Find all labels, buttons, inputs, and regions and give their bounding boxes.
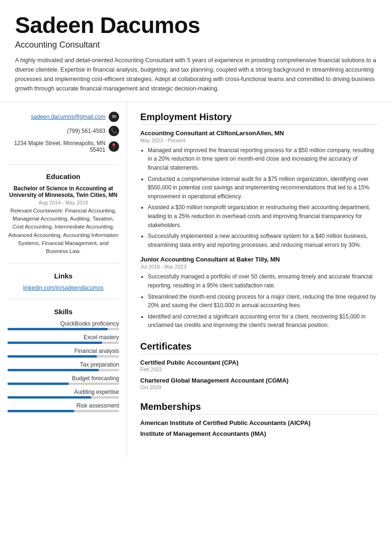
- cert-entry: Chartered Global Management Accountant (…: [140, 377, 379, 390]
- job-bullet: Identified and corrected a significant a…: [148, 312, 379, 330]
- cert-date: Feb 2022: [140, 367, 379, 372]
- education-dates: Aug 2014 - May 2018: [8, 200, 119, 205]
- job-title: Junior Accounting Consultant at Baker Ti…: [140, 256, 379, 263]
- skill-bar-fill: [8, 410, 74, 412]
- skill-bar-fill: [8, 328, 108, 330]
- skill-item: Budget forecasting: [8, 375, 119, 385]
- education-degree: Bachelor of Science in Accounting at Uni…: [8, 185, 119, 198]
- skill-bar-bg: [8, 342, 119, 344]
- cert-name: Certified Public Accountant (CPA): [140, 359, 379, 366]
- education-section: Education Bachelor of Science in Account…: [8, 172, 119, 264]
- education-title: Education: [8, 172, 119, 180]
- education-courses: Relevant Coursework: Financial Accountin…: [8, 207, 119, 256]
- linkedin-link[interactable]: linkedin.com/in/sadeendacumos: [23, 285, 104, 291]
- membership-entry: Institute of Management Accountants (IMA…: [140, 430, 379, 437]
- candidate-title: Accounting Consultant: [15, 40, 377, 50]
- job-bullets: Managed and improved the financial repor…: [140, 146, 379, 250]
- skill-item: Tax preparation: [8, 361, 119, 371]
- links-section: Links linkedin.com/in/sadeendacumos: [8, 272, 119, 299]
- address-text: 1234 Maple Street, Minneapolis, MN 55401: [8, 140, 105, 153]
- skill-label: Excel mastery: [8, 334, 119, 341]
- skill-label: Budget forecasting: [8, 375, 119, 382]
- skill-bar-bg: [8, 383, 119, 385]
- skill-bar-fill: [8, 369, 99, 371]
- skills-list: QuickBooks proficiency Excel mastery Fin…: [8, 320, 119, 412]
- memberships-title: Memberships: [140, 401, 379, 415]
- contact-address-item: 1234 Maple Street, Minneapolis, MN 55401…: [8, 140, 119, 153]
- job-date: Jul 2018 - Mar 2023: [140, 264, 379, 269]
- skill-label: Tax preparation: [8, 361, 119, 368]
- job-bullet: Successfully managed a portfolio of over…: [148, 272, 379, 290]
- certs-list: Certified Public Accountant (CPA) Feb 20…: [140, 359, 379, 390]
- phone-icon: 📞: [109, 126, 119, 136]
- skill-item: Risk assessment: [8, 402, 119, 412]
- job-bullet: Streamlined the month-end closing proces…: [148, 293, 379, 310]
- contact-email-item: sadeen.dacumos@gmail.com ✉: [8, 112, 119, 122]
- memberships-list: American Institute of Certified Public A…: [140, 419, 379, 437]
- sidebar: sadeen.dacumos@gmail.com ✉ (799) 561-458…: [0, 102, 127, 458]
- certificates-title: Certificates: [140, 341, 379, 354]
- skill-item: Financial analysis: [8, 348, 119, 358]
- contact-phone-item: (799) 561-4583 📞: [8, 126, 119, 136]
- job-bullet: Conducted a comprehensive internal audit…: [148, 175, 379, 201]
- skill-bar-bg: [8, 396, 119, 399]
- skill-item: QuickBooks proficiency: [8, 320, 119, 330]
- resume-header: Sadeen Dacumos Accounting Consultant A h…: [0, 0, 392, 102]
- skill-label: Financial analysis: [8, 348, 119, 354]
- memberships-section: Memberships American Institute of Certif…: [140, 401, 379, 437]
- contact-section: sadeen.dacumos@gmail.com ✉ (799) 561-458…: [8, 112, 119, 165]
- membership-entry: American Institute of Certified Public A…: [140, 419, 379, 426]
- skill-bar-bg: [8, 355, 119, 358]
- cert-entry: Certified Public Accountant (CPA) Feb 20…: [140, 359, 379, 372]
- candidate-summary: A highly motivated and detail-oriented A…: [15, 56, 377, 93]
- email-link[interactable]: sadeen.dacumos@gmail.com: [31, 114, 105, 120]
- job-bullets: Successfully managed a portfolio of over…: [140, 272, 379, 330]
- jobs-list: Accounting Consultant at CliftonLarsonAl…: [140, 130, 379, 330]
- email-icon: ✉: [109, 112, 119, 122]
- job-bullet: Assisted a $30 million nonprofit organiz…: [148, 203, 379, 229]
- employment-title: Employment History: [140, 112, 379, 125]
- location-icon: 📍: [109, 141, 119, 152]
- skill-bar-bg: [8, 328, 119, 330]
- candidate-name: Sadeen Dacumos: [15, 13, 377, 38]
- job-bullet: Managed and improved the financial repor…: [148, 146, 379, 172]
- cert-name: Chartered Global Management Accountant (…: [140, 377, 379, 384]
- job-date: May 2023 - Present: [140, 138, 379, 143]
- cert-date: Oct 2020: [140, 384, 379, 390]
- skill-bar-fill: [8, 383, 69, 385]
- job-entry: Accounting Consultant at CliftonLarsonAl…: [140, 130, 379, 250]
- job-title: Accounting Consultant at CliftonLarsonAl…: [140, 130, 379, 137]
- certificates-section: Certificates Certified Public Accountant…: [140, 341, 379, 390]
- skill-label: QuickBooks proficiency: [8, 320, 119, 327]
- skill-bar-fill: [8, 396, 91, 399]
- skills-title: Skills: [8, 308, 119, 316]
- skill-label: Risk assessment: [8, 402, 119, 409]
- skill-bar-fill: [8, 342, 102, 344]
- skill-bar-bg: [8, 410, 119, 412]
- employment-section: Employment History Accounting Consultant…: [140, 112, 379, 330]
- skill-bar-bg: [8, 369, 119, 371]
- phone-text: (799) 561-4583: [67, 128, 105, 134]
- skills-section: Skills QuickBooks proficiency Excel mast…: [8, 308, 119, 424]
- main-content: Employment History Accounting Consultant…: [127, 102, 392, 458]
- skill-label: Auditing expertise: [8, 389, 119, 395]
- skill-bar-fill: [8, 355, 97, 358]
- linkedin-link-item: linkedin.com/in/sadeendacumos: [8, 285, 119, 291]
- job-bullet: Successfully implemented a new accountin…: [148, 232, 379, 249]
- body-container: sadeen.dacumos@gmail.com ✉ (799) 561-458…: [0, 102, 392, 458]
- links-title: Links: [8, 272, 119, 280]
- skill-item: Auditing expertise: [8, 389, 119, 399]
- skill-item: Excel mastery: [8, 334, 119, 344]
- job-entry: Junior Accounting Consultant at Baker Ti…: [140, 256, 379, 330]
